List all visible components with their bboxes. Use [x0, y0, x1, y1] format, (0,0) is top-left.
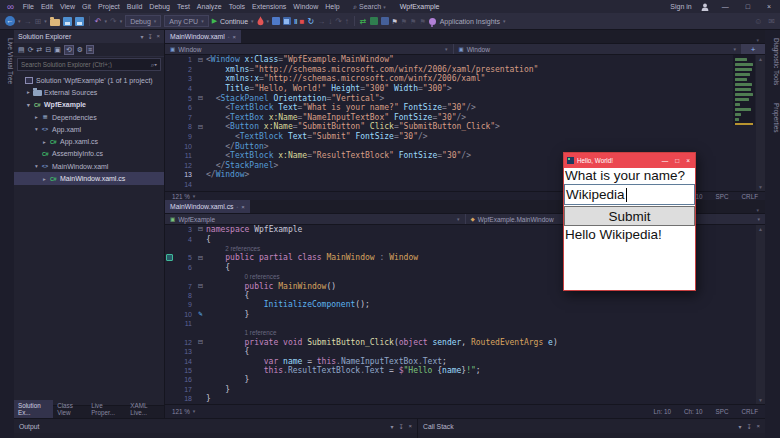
panel-tab-live-proper-[interactable]: Live Proper...: [87, 400, 126, 418]
break-all-icon[interactable]: ‖: [294, 17, 296, 26]
close-panel-icon[interactable]: ×: [756, 423, 760, 430]
menu-item-git[interactable]: Git: [79, 3, 95, 10]
fold-icon[interactable]: ⊟: [198, 56, 203, 63]
xaml-hot-reload-icon[interactable]: [381, 17, 389, 25]
menu-item-edit[interactable]: Edit: [37, 3, 56, 10]
redo-icon[interactable]: ↷: [110, 17, 117, 26]
prev-bookmark-icon[interactable]: ⚑: [401, 17, 407, 26]
tree-item[interactable]: ▾<>App.xaml: [14, 123, 164, 135]
tab-diagnostic-tools[interactable]: Diagnostic Tools: [773, 36, 780, 87]
pin-icon[interactable]: ↧: [398, 423, 403, 430]
fold-icon[interactable]: ⊟: [198, 254, 203, 261]
navigate-back-icon[interactable]: ←: [5, 16, 15, 26]
tree-item[interactable]: C#AssemblyInfo.cs: [14, 148, 164, 160]
menu-item-build[interactable]: Build: [123, 3, 146, 10]
pin-icon[interactable]: ↧: [746, 423, 751, 430]
maximize-button[interactable]: □: [742, 3, 754, 10]
wpf-minimize-button[interactable]: —: [662, 157, 669, 164]
menu-item-analyze[interactable]: Analyze: [193, 3, 225, 10]
navigate-back-dropdown[interactable]: ▾: [18, 18, 21, 24]
menu-item-help[interactable]: Help: [322, 3, 343, 10]
fold-icon[interactable]: ⊟: [198, 94, 203, 101]
close-button[interactable]: ×: [763, 3, 775, 10]
expander-icon[interactable]: ▸: [41, 176, 48, 182]
minimize-button[interactable]: —: [718, 3, 733, 10]
tab-close-icon[interactable]: ×: [241, 204, 245, 210]
breadcrumb-project[interactable]: ▣WpfExample▾: [165, 214, 465, 224]
undo-dropdown[interactable]: ▾: [104, 18, 107, 24]
window-position-icon[interactable]: ▾: [140, 33, 143, 40]
expander-icon[interactable]: ▾: [33, 163, 40, 169]
menu-item-file[interactable]: File: [19, 3, 37, 10]
application-insights-label[interactable]: Application Insights: [440, 18, 500, 25]
save-icon[interactable]: [63, 17, 72, 26]
zoom-dropdown-icon[interactable]: ▾: [193, 408, 196, 414]
open-file-icon[interactable]: [50, 19, 60, 26]
tree-item[interactable]: ▸C#MainWindow.xaml.cs: [14, 172, 164, 184]
expander-icon[interactable]: ▸: [41, 139, 48, 145]
switch-views-icon[interactable]: ▤: [18, 46, 25, 54]
close-panel-icon[interactable]: ×: [156, 33, 160, 40]
breadcrumb-right[interactable]: ▣Window▾: [453, 44, 742, 54]
window-position-icon[interactable]: ▾: [738, 423, 741, 430]
tab-properties[interactable]: Properties: [773, 101, 780, 135]
sign-in-button[interactable]: Sign in: [670, 3, 691, 10]
redo-dropdown[interactable]: ▾: [120, 18, 123, 24]
tree-item[interactable]: ▸External Sources: [14, 86, 164, 98]
search-dropdown-icon[interactable]: ⌕▾: [148, 61, 160, 69]
restart-icon[interactable]: ↻: [307, 17, 314, 26]
codelens-references[interactable]: 0 references: [206, 273, 280, 280]
menu-item-test[interactable]: Test: [174, 3, 194, 10]
save-all-icon[interactable]: [75, 17, 84, 26]
properties-icon[interactable]: ▣: [54, 46, 61, 54]
navigate-forward-icon[interactable]: →: [24, 17, 32, 26]
tree-item[interactable]: ▸C#App.xaml.cs: [14, 135, 164, 147]
breadcrumb-left[interactable]: ▣Window▾: [165, 44, 453, 54]
panel-tab-class-view[interactable]: Class View: [53, 400, 87, 418]
zoom-dropdown-icon[interactable]: ▾: [193, 193, 196, 199]
preview-selected-items-icon[interactable]: ⚙: [77, 46, 83, 54]
tab-mainwindow-xaml-cs[interactable]: MainWindow.xaml.cs◦×: [165, 200, 250, 213]
element-picker-icon[interactable]: [272, 17, 280, 25]
expander-icon[interactable]: ▾: [33, 126, 40, 132]
tree-item[interactable]: ▾<>MainWindow.xaml: [14, 160, 164, 172]
application-insights-dropdown[interactable]: ▾: [503, 18, 506, 24]
tab-close-icon[interactable]: ×: [233, 34, 237, 40]
show-next-statement-icon[interactable]: →: [317, 17, 325, 26]
hot-reload-icon[interactable]: [257, 16, 264, 27]
step-into-icon[interactable]: ↓: [328, 17, 332, 26]
tree-item[interactable]: ▸≣Dependencies: [14, 111, 164, 123]
panel-tab-xaml-live-[interactable]: XAML Live...: [126, 400, 164, 418]
menu-item-debug[interactable]: Debug: [146, 3, 174, 10]
expander-icon[interactable]: ▸: [25, 89, 32, 95]
solution-platform-select[interactable]: Any CPU▾: [164, 15, 208, 27]
feedback-icon[interactable]: ☺: [754, 17, 762, 26]
tab-mainwindow-xaml[interactable]: MainWindow.xaml◦×: [165, 30, 241, 43]
panel-tab-solution-ex-[interactable]: Solution Ex...: [14, 400, 53, 418]
fold-icon[interactable]: ⊟: [198, 338, 203, 345]
expander-icon[interactable]: ▾: [25, 102, 32, 108]
undo-icon[interactable]: ↶: [95, 17, 102, 26]
layout-adorners-icon[interactable]: [283, 17, 291, 25]
stop-debugging-icon[interactable]: ■: [300, 17, 305, 26]
menu-item-project[interactable]: Project: [94, 3, 123, 10]
sync-icon[interactable]: ⇄: [37, 46, 43, 54]
expander-icon[interactable]: ▸: [33, 114, 40, 120]
debug-target-select[interactable]: Debug▾: [125, 15, 161, 27]
bookmark-icon[interactable]: ⚑: [392, 17, 398, 26]
menu-item-window[interactable]: Window: [290, 3, 322, 10]
clear-bookmarks-icon[interactable]: ⚑: [419, 17, 425, 26]
search-button[interactable]: ⌕ Search ▾: [353, 3, 386, 11]
fold-icon[interactable]: ⊟: [198, 123, 203, 130]
hot-reload-dropdown[interactable]: ▾: [267, 18, 270, 24]
zoom-level[interactable]: 121 %: [172, 408, 190, 415]
collapse-all-icon[interactable]: ⊟: [45, 46, 51, 54]
search-input[interactable]: [18, 61, 148, 68]
zoom-level[interactable]: 121 %: [172, 193, 190, 200]
notifications-icon[interactable]: ✉: [768, 17, 775, 26]
continue-button[interactable]: ▶Continue▾: [212, 17, 254, 25]
wpf-titlebar[interactable]: Hello, World! — □ ×: [564, 153, 695, 168]
codelens-references[interactable]: 2 references: [206, 245, 260, 252]
name-input-textbox[interactable]: Wikipedia: [564, 184, 695, 205]
menu-item-view[interactable]: View: [56, 3, 78, 10]
